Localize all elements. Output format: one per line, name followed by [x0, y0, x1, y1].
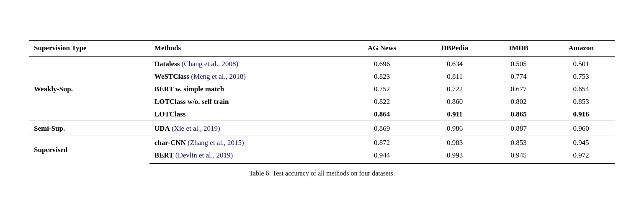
value-amazon: 0.501: [547, 56, 615, 70]
value-imdb: 0.853: [490, 135, 547, 150]
value-ag-news: 0.696: [345, 56, 419, 70]
table-row: Supervisedchar-CNN (Zhang et al., 2015)0…: [29, 135, 615, 150]
col-header-dbpedia: DBPedia: [419, 40, 490, 56]
value-dbpedia: 0.986: [419, 121, 490, 135]
value-ag-news: 0.864: [345, 108, 419, 121]
value-imdb: 0.677: [490, 83, 547, 96]
table-container: Supervision Type Methods AG News DBPedia…: [29, 40, 615, 177]
method-cell: UDA (Xie et al., 2019): [149, 121, 345, 135]
value-amazon: 0.853: [547, 96, 615, 108]
value-ag-news: 0.869: [345, 121, 419, 135]
method-cell: Dataless (Chang et al., 2008): [149, 56, 345, 70]
value-imdb: 0.505: [490, 56, 547, 70]
table-caption: Table 6: Test accuracy of all methods on…: [29, 170, 615, 177]
value-dbpedia: 0.722: [419, 83, 490, 96]
method-cell: WeSTClass (Meng et al., 2018): [149, 70, 345, 83]
value-dbpedia: 0.993: [419, 149, 490, 163]
value-imdb: 0.774: [490, 70, 547, 83]
method-citation: (Meng et al., 2018): [189, 72, 246, 80]
col-header-amazon: Amazon: [547, 40, 615, 56]
method-citation: (Chang et al., 2008): [180, 60, 238, 68]
method-name: BERT: [155, 151, 174, 159]
method-cell: LOTClass w/o. self train: [149, 96, 345, 108]
value-dbpedia: 0.811: [419, 70, 490, 83]
method-name: BERT w. simple match: [155, 85, 224, 93]
value-ag-news: 0.752: [345, 83, 419, 96]
method-cell: char-CNN (Zhang et al., 2015): [149, 135, 345, 150]
value-ag-news: 0.944: [345, 149, 419, 163]
table-row: Weakly-Sup.Dataless (Chang et al., 2008)…: [29, 56, 615, 70]
method-name: LOTClass: [155, 110, 186, 118]
header-row: Supervision Type Methods AG News DBPedia…: [29, 40, 615, 56]
table-row: Semi-Sup.UDA (Xie et al., 2019)0.8690.98…: [29, 121, 615, 135]
supervision-label: Supervised: [29, 135, 149, 164]
value-dbpedia: 0.911: [419, 108, 490, 121]
supervision-label: Semi-Sup.: [29, 121, 149, 135]
col-header-ag-news: AG News: [345, 40, 419, 56]
value-ag-news: 0.872: [345, 135, 419, 150]
value-amazon: 0.972: [547, 149, 615, 163]
method-name: LOTClass w/o. self train: [155, 98, 229, 106]
value-dbpedia: 0.860: [419, 96, 490, 108]
value-ag-news: 0.822: [345, 96, 419, 108]
value-amazon: 0.945: [547, 135, 615, 150]
method-cell: BERT w. simple match: [149, 83, 345, 96]
col-header-methods: Methods: [149, 40, 345, 56]
value-amazon: 0.654: [547, 83, 615, 96]
method-name: WeSTClass: [155, 72, 189, 80]
method-name: char-CNN: [155, 139, 186, 147]
value-imdb: 0.945: [490, 149, 547, 163]
method-citation: (Xie et al., 2019): [170, 124, 220, 132]
method-cell: BERT (Devlin et al., 2019): [149, 149, 345, 163]
value-dbpedia: 0.634: [419, 56, 490, 70]
value-imdb: 0.865: [490, 108, 547, 121]
col-header-imdb: IMDB: [490, 40, 547, 56]
value-amazon: 0.753: [547, 70, 615, 83]
value-ag-news: 0.823: [345, 70, 419, 83]
value-imdb: 0.802: [490, 96, 547, 108]
value-imdb: 0.887: [490, 121, 547, 135]
results-table: Supervision Type Methods AG News DBPedia…: [29, 40, 615, 164]
supervision-label: Weakly-Sup.: [29, 56, 149, 121]
value-amazon: 0.960: [547, 121, 615, 135]
col-header-supervision: Supervision Type: [29, 40, 149, 56]
method-name: Dataless: [155, 60, 180, 68]
method-cell: LOTClass: [149, 108, 345, 121]
value-dbpedia: 0.983: [419, 135, 490, 150]
value-amazon: 0.916: [547, 108, 615, 121]
method-name: UDA: [155, 124, 170, 132]
method-citation: (Zhang et al., 2015): [186, 139, 244, 147]
method-citation: (Devlin et al., 2019): [174, 151, 233, 159]
